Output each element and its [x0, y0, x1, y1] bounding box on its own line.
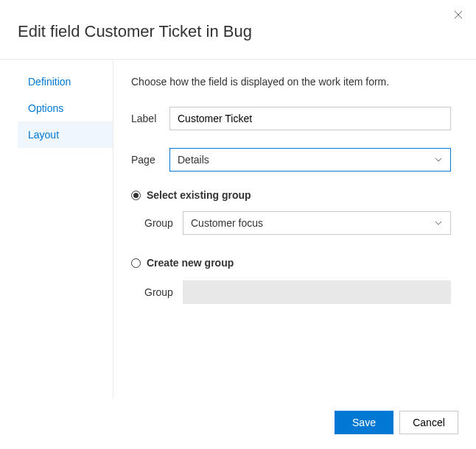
close-icon: [454, 10, 463, 19]
group-field-label: Group: [144, 217, 183, 229]
group-select[interactable]: Customer focus: [183, 211, 451, 235]
label-field-label: Label: [131, 113, 169, 124]
page-field-label: Page: [131, 154, 169, 166]
panel-description: Choose how the field is displayed on the…: [131, 76, 451, 88]
radio-create-label: Create new group: [147, 257, 234, 269]
close-button[interactable]: [451, 7, 466, 22]
radio-icon: [131, 258, 141, 268]
sidebar-item-options[interactable]: Options: [18, 95, 113, 121]
page-select-value: Details: [178, 154, 209, 166]
sidebar-item-definition[interactable]: Definition: [18, 68, 113, 95]
sidebar-item-layout[interactable]: Layout: [18, 121, 113, 148]
chevron-down-icon: [434, 219, 443, 227]
radio-icon: [131, 191, 141, 200]
new-group-input: [183, 280, 451, 304]
chevron-down-icon: [434, 155, 443, 164]
cancel-button[interactable]: Cancel: [399, 411, 458, 434]
dialog-title: Edit field Customer Ticket in Bug: [18, 22, 458, 41]
dialog-footer: Save Cancel: [18, 399, 458, 434]
new-group-field-label: Group: [144, 286, 183, 298]
page-select[interactable]: Details: [169, 148, 451, 172]
sidebar: Definition Options Layout: [18, 60, 113, 399]
group-select-value: Customer focus: [191, 217, 263, 229]
radio-create-group[interactable]: Create new group: [131, 257, 451, 269]
radio-existing-label: Select existing group: [147, 189, 251, 201]
save-button[interactable]: Save: [335, 411, 393, 434]
label-input[interactable]: [169, 107, 451, 130]
main-panel: Choose how the field is displayed on the…: [113, 60, 458, 399]
radio-existing-group[interactable]: Select existing group: [131, 189, 451, 201]
